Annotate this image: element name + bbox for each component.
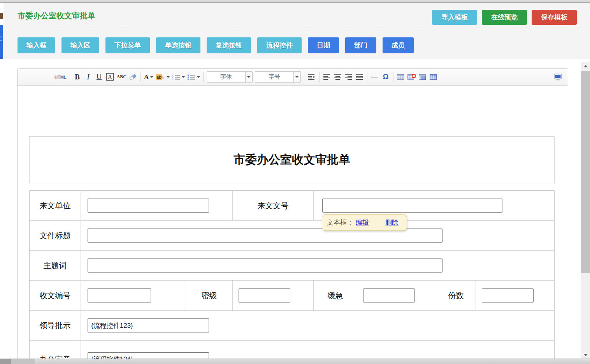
horizontal-scrollbar-thumb[interactable] xyxy=(11,359,35,364)
palette-member-button[interactable]: 成员 xyxy=(383,37,414,53)
font-family-dropdown-button[interactable] xyxy=(245,72,252,82)
underline-button[interactable]: U xyxy=(94,72,105,83)
label-subject-words: 主题词 xyxy=(30,251,81,280)
font-size-select[interactable]: 字号 xyxy=(255,71,301,83)
delete-link[interactable]: 删除 xyxy=(385,218,399,227)
label-urgency: 缓急 xyxy=(314,281,357,310)
urgency-input[interactable] xyxy=(363,288,415,302)
bold-button[interactable]: B xyxy=(72,72,83,83)
palette-flow-control-button[interactable]: 流程控件 xyxy=(257,37,302,53)
pencil-icon: ✎ xyxy=(161,75,165,81)
horizontal-scrollbar[interactable] xyxy=(0,359,590,364)
table-row: 领导批示 xyxy=(30,311,554,341)
monitor-icon xyxy=(554,74,562,81)
palette-radio-button[interactable]: 单选按钮 xyxy=(156,37,200,53)
highlight-color-button[interactable]: ab✎ xyxy=(155,72,171,83)
label-incoming-number: 来文文号 xyxy=(233,191,314,220)
svg-text:3: 3 xyxy=(172,78,173,80)
editor-toolbar: HTML B I U A ABC A xyxy=(18,69,568,86)
palette-dropdown-button[interactable]: 下拉菜单 xyxy=(105,37,150,53)
cell-urgency xyxy=(357,281,436,310)
cell-leader-instructions xyxy=(81,311,554,340)
receipt-serial-input[interactable] xyxy=(88,288,151,302)
align-center-button[interactable] xyxy=(332,72,343,83)
vertical-scrollbar-thumb[interactable] xyxy=(581,71,590,273)
rich-text-editor: HTML B I U A ABC A xyxy=(17,68,568,364)
app-window: 市委办公室收文审批单 导入模板 在线预览 保存模板 输入框 输入区 下拉菜单 单… xyxy=(0,0,590,364)
toolbar-separator xyxy=(393,72,393,82)
ordered-list-button[interactable]: 1 2 3 xyxy=(171,72,186,83)
font-size-dropdown-button[interactable] xyxy=(293,72,300,82)
special-char-button[interactable]: Ω xyxy=(380,72,391,83)
align-center-icon xyxy=(334,74,341,80)
align-left-icon xyxy=(323,74,330,80)
insert-table-icon xyxy=(397,74,404,80)
font-style-box-button[interactable]: A xyxy=(105,72,116,83)
header-actions: 导入模板 在线预览 保存模板 xyxy=(432,10,577,25)
font-family-label: 字体 xyxy=(207,72,245,82)
vertical-scrollbar[interactable] xyxy=(581,62,590,359)
tooltip-label: 文本框： xyxy=(327,218,353,227)
delete-table-button[interactable] xyxy=(406,72,417,83)
align-justify-button[interactable] xyxy=(354,72,365,83)
palette-textarea-button[interactable]: 输入区 xyxy=(61,37,99,53)
cell-subject-words xyxy=(81,251,554,280)
italic-button[interactable]: I xyxy=(83,72,94,83)
palette-department-button[interactable]: 部门 xyxy=(345,37,376,53)
font-color-button[interactable]: A xyxy=(143,72,155,83)
page-title: 市委办公室收文审批单 xyxy=(18,11,95,21)
remove-format-button[interactable] xyxy=(128,72,139,83)
incoming-number-input[interactable] xyxy=(322,199,502,213)
horizontal-rule-button[interactable] xyxy=(369,72,380,83)
insert-table-button[interactable] xyxy=(395,72,406,83)
label-copies: 份数 xyxy=(436,281,476,310)
align-left-button[interactable] xyxy=(321,72,332,83)
table-properties-button[interactable] xyxy=(428,72,439,83)
label-receipt-serial: 收文编号 xyxy=(30,281,81,310)
header-band: 市委办公室收文审批单 导入模板 在线预览 保存模板 输入框 输入区 下拉菜单 单… xyxy=(3,3,590,60)
cell-copies xyxy=(476,281,554,310)
toolbar-separator xyxy=(319,72,320,82)
palette-input-box-button[interactable]: 输入框 xyxy=(18,37,55,53)
toolbar-separator xyxy=(70,72,70,82)
dashed-divider xyxy=(18,28,579,28)
editor-content[interactable]: 市委办公室收文审批单 来文单位 来文文号 文件标题 xyxy=(18,86,568,364)
cell-document-title xyxy=(81,221,554,250)
label-incoming-unit: 来文单位 xyxy=(30,191,81,220)
delete-table-icon xyxy=(407,74,416,80)
table-properties-icon xyxy=(430,74,437,80)
subject-words-input[interactable] xyxy=(88,258,442,273)
incoming-unit-input[interactable] xyxy=(88,199,209,213)
indent-icon xyxy=(308,74,316,80)
fullscreen-button[interactable] xyxy=(552,72,563,83)
palette-date-button[interactable]: 日期 xyxy=(308,37,339,53)
font-family-select[interactable]: 字体 xyxy=(207,71,253,83)
edit-link[interactable]: 编辑 xyxy=(356,218,369,227)
toolbar-separator xyxy=(203,72,204,82)
secrecy-level-input[interactable] xyxy=(239,288,290,302)
leader-instructions-input[interactable] xyxy=(88,318,209,332)
textbox-control-tooltip: 文本框： 编辑 删除 xyxy=(322,214,407,231)
align-right-button[interactable] xyxy=(343,72,354,83)
align-right-icon xyxy=(345,74,352,80)
scroll-up-button[interactable] xyxy=(581,62,590,70)
cell-properties-button[interactable] xyxy=(417,72,428,83)
import-template-button[interactable]: 导入模板 xyxy=(432,10,477,25)
toolbar-separator xyxy=(304,72,304,82)
html-source-button[interactable]: HTML xyxy=(53,72,68,83)
strikethrough-button[interactable]: ABC xyxy=(116,72,128,83)
online-preview-button[interactable]: 在线预览 xyxy=(482,10,527,25)
unordered-list-icon xyxy=(187,74,195,80)
scroll-down-button[interactable] xyxy=(581,351,590,359)
triangle-up-icon xyxy=(584,65,588,67)
toolbar-separator xyxy=(140,72,141,82)
align-justify-icon xyxy=(356,74,363,80)
copies-input[interactable] xyxy=(482,288,534,302)
palette-checkbox-button[interactable]: 复选按钮 xyxy=(207,37,251,53)
table-row: 主题词 xyxy=(30,251,554,281)
save-template-button[interactable]: 保存模板 xyxy=(532,10,577,25)
indent-button[interactable] xyxy=(306,72,317,83)
unordered-list-button[interactable] xyxy=(186,72,201,83)
chevron-down-icon xyxy=(295,76,299,78)
chevron-down-icon xyxy=(197,76,200,78)
